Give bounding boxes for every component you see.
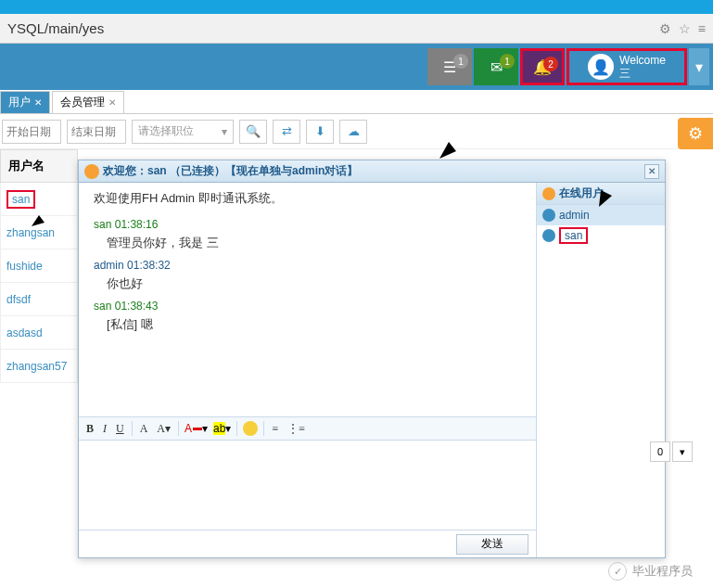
- header-dropdown[interactable]: ▾: [689, 48, 709, 85]
- users-icon: [542, 187, 555, 200]
- underline-button[interactable]: U: [114, 422, 126, 436]
- msg-text: [私信] 嗯: [107, 316, 521, 333]
- header-user[interactable]: 👤 Welcome三: [567, 48, 687, 85]
- menu-icon[interactable]: ≡: [698, 21, 706, 36]
- table-row[interactable]: zhangsan: [0, 216, 78, 249]
- header-tasks[interactable]: ☰ 1: [427, 48, 472, 85]
- bold-button[interactable]: B: [84, 422, 95, 436]
- user-icon: [542, 209, 555, 222]
- emoji-button[interactable]: [243, 421, 258, 436]
- mail-badge: 1: [500, 54, 515, 69]
- chat-dialog: 欢迎您：san （已连接）【现在单独与admin对话】 ✕ 欢迎使用FH Adm…: [78, 160, 666, 558]
- msg-meta: san 01:38:16: [94, 218, 521, 231]
- download-button[interactable]: ⬇: [306, 120, 334, 144]
- separator: [236, 421, 237, 436]
- pager: 0 ▾: [650, 441, 693, 462]
- tab-users[interactable]: 用户 ✕: [0, 91, 50, 113]
- table-row[interactable]: zhangsan57: [0, 350, 78, 383]
- tab-label: 用户: [8, 95, 31, 110]
- msg-text: 你也好: [107, 275, 521, 292]
- online-user[interactable]: admin: [537, 205, 665, 225]
- msg-text: 管理员你好，我是 三: [107, 235, 521, 251]
- chat-input[interactable]: [79, 441, 536, 530]
- gear-icon: ⚙: [688, 123, 703, 144]
- welcome-msg: 欢迎使用FH Admin 即时通讯系统。: [94, 190, 521, 207]
- chat-panel: 欢迎使用FH Admin 即时通讯系统。 san 01:38:16 管理员你好，…: [79, 183, 537, 557]
- url-text: YSQL/main/yes: [7, 20, 104, 36]
- role-select[interactable]: 请选择职位 ▾: [132, 120, 234, 144]
- dialog-body: 欢迎使用FH Admin 即时通讯系统。 san 01:38:16 管理员你好，…: [79, 183, 665, 557]
- url-actions: ⚙ ☆ ≡: [659, 21, 706, 36]
- separator: [263, 421, 264, 436]
- tab-label: 会员管理: [60, 95, 105, 110]
- select-label: 请选择职位: [138, 123, 194, 139]
- table-row[interactable]: fushide: [0, 249, 78, 283]
- table-row[interactable]: dfsdf: [0, 283, 78, 316]
- page-dropdown[interactable]: ▾: [672, 441, 693, 462]
- cloud-button[interactable]: ☁: [339, 120, 367, 144]
- user-icon: [542, 229, 555, 242]
- online-user-name: admin: [559, 209, 590, 222]
- close-icon[interactable]: ✕: [644, 164, 659, 179]
- swap-button[interactable]: ⇄: [273, 120, 300, 144]
- wechat-icon: ✓: [608, 562, 627, 581]
- online-user[interactable]: san: [537, 225, 665, 246]
- col-username: 用户名: [0, 149, 78, 183]
- filter-row: 请选择职位 ▾ 🔍 ⇄ ⬇ ☁ ⚙: [0, 114, 713, 149]
- watermark: ✓ 毕业程序员: [608, 562, 693, 581]
- translate-icon[interactable]: ⚙: [659, 21, 671, 36]
- app-header: ☰ 1 ✉ 1 🔔 2 👤 Welcome三 ▾: [0, 44, 713, 90]
- separator: [132, 421, 133, 436]
- table-row[interactable]: asdasd: [0, 316, 78, 350]
- tab-members[interactable]: 会员管理 ✕: [52, 91, 124, 113]
- tabs-row: 用户 ✕ 会员管理 ✕: [0, 90, 713, 114]
- tasks-badge: 1: [453, 54, 468, 69]
- user-table: 用户名 san zhangsan fushide dfsdf asdasd zh…: [0, 149, 78, 383]
- dialog-titlebar[interactable]: 欢迎您：san （已连接）【现在单独与admin对话】 ✕: [79, 160, 665, 183]
- font-button[interactable]: A: [138, 422, 150, 436]
- italic-button[interactable]: I: [101, 422, 108, 436]
- dialog-title: 欢迎您：san （已连接）【现在单独与admin对话】: [103, 163, 358, 179]
- page-size[interactable]: 0: [650, 441, 670, 462]
- send-button[interactable]: 发送: [456, 534, 528, 555]
- ordered-list-button[interactable]: ≡: [270, 422, 280, 436]
- backcolor-button[interactable]: ab▾: [213, 422, 231, 435]
- chevron-down-icon: ▾: [222, 125, 227, 138]
- watermark-text: 毕业程序员: [632, 563, 693, 580]
- user-icon: [84, 164, 99, 179]
- separator: [178, 421, 179, 436]
- bookmark-icon[interactable]: ☆: [679, 21, 691, 36]
- msg-meta: san 01:38:43: [94, 300, 521, 313]
- browser-topstrip: [0, 0, 713, 14]
- editor-toolbar: B I U A A▾ A▾ ab▾ ≡ ⋮≡: [79, 416, 536, 441]
- settings-button[interactable]: ⚙: [678, 118, 713, 149]
- chat-messages: 欢迎使用FH Admin 即时通讯系统。 san 01:38:16 管理员你好，…: [79, 183, 536, 416]
- close-icon[interactable]: ✕: [108, 97, 116, 108]
- online-header: 在线用户: [537, 183, 665, 205]
- online-header-label: 在线用户: [559, 185, 604, 201]
- search-button[interactable]: 🔍: [239, 120, 267, 144]
- bell-badge: 2: [543, 57, 558, 71]
- chat-footer: 发送: [79, 530, 536, 557]
- start-date-input[interactable]: [2, 120, 61, 144]
- unordered-list-button[interactable]: ⋮≡: [286, 422, 307, 436]
- welcome-text: Welcome三: [619, 54, 666, 81]
- msg-meta: admin 01:38:32: [94, 259, 521, 272]
- header-notifications[interactable]: 🔔 2: [520, 48, 565, 85]
- url-bar: YSQL/main/yes ⚙ ☆ ≡: [0, 14, 713, 44]
- header-mail[interactable]: ✉ 1: [474, 48, 518, 85]
- fontsize-button[interactable]: A▾: [155, 422, 172, 436]
- close-icon[interactable]: ✕: [34, 97, 42, 108]
- online-panel: 在线用户 admin san: [537, 183, 665, 557]
- end-date-input[interactable]: [67, 120, 126, 144]
- forecolor-button[interactable]: A▾: [185, 422, 208, 435]
- online-user-name: san: [559, 227, 588, 244]
- table-row[interactable]: san: [0, 183, 78, 216]
- avatar-icon: 👤: [588, 54, 614, 80]
